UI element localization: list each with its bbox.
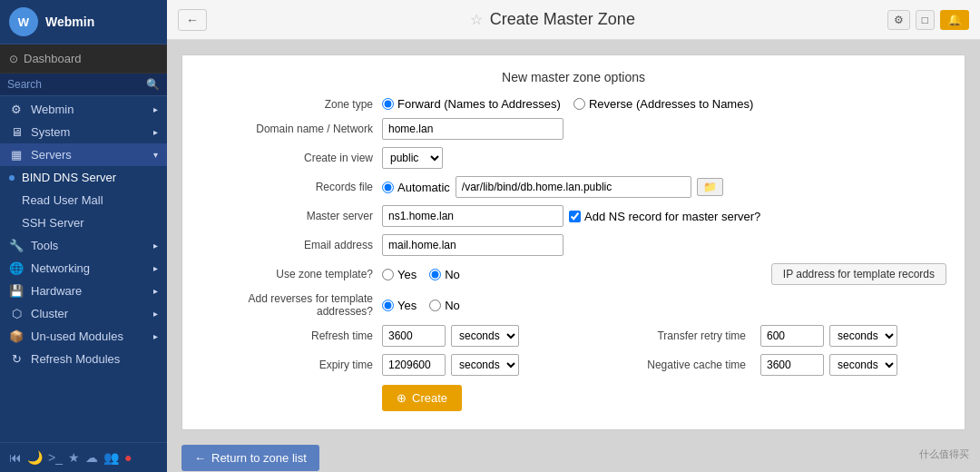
dashboard-label: Dashboard — [24, 52, 82, 65]
create-button[interactable]: ⊕ Create — [382, 385, 462, 411]
transfer-retry-label: Transfer retry time — [573, 329, 755, 342]
add-reverses-yes-label: Yes — [397, 299, 416, 312]
chevron-icon: ▸ — [153, 331, 158, 341]
zone-type-forward-radio[interactable] — [382, 98, 394, 110]
sidebar-item-system[interactable]: 🖥 System ▸ — [0, 121, 167, 143]
settings-button[interactable]: ⚙ — [887, 10, 910, 30]
master-server-label: Master server — [201, 210, 382, 222]
records-file-browse-button[interactable]: 📁 — [697, 178, 723, 196]
records-auto-radio[interactable] — [382, 182, 394, 193]
nav-section: ⚙ Webmin ▸ 🖥 System ▸ ▦ Servers ▾ BIND D… — [0, 96, 167, 372]
zone-template-no-option[interactable]: No — [429, 268, 460, 281]
sidebar-item-hardware[interactable]: 💾 Hardware ▸ — [0, 280, 167, 302]
refresh-time-row: Refresh time secondsminuteshoursdays Tra… — [201, 325, 946, 347]
sidebar-item-webmin[interactable]: ⚙ Webmin ▸ — [0, 98, 167, 121]
star-icon[interactable]: ☆ — [470, 11, 483, 28]
return-to-zone-list-button[interactable]: ← Return to zone list — [181, 445, 319, 471]
refresh-time-unit-select[interactable]: secondsminuteshoursdays — [451, 325, 519, 347]
add-reverses-yes-radio[interactable] — [382, 300, 394, 311]
sidebar-header: W Webmin — [0, 0, 167, 44]
return-label: Return to zone list — [211, 451, 307, 465]
ip-template-button[interactable]: IP address for template records — [771, 263, 946, 285]
domain-input[interactable] — [382, 118, 564, 140]
expiry-time-right: Negative cache time secondsminuteshoursd… — [573, 354, 946, 376]
sidebar-item-bind-dns[interactable]: BIND DNS Server — [0, 166, 167, 189]
sidebar-item-unused-modules[interactable]: 📦 Un-used Modules ▸ — [0, 325, 167, 348]
master-server-input[interactable] — [382, 205, 564, 227]
sidebar-item-refresh-label: Refresh Modules — [31, 352, 120, 366]
footer-icon-cloud[interactable]: ☁ — [85, 450, 98, 465]
sidebar-item-servers[interactable]: ▦ Servers ▾ — [0, 143, 167, 166]
zone-type-forward-label: Forward (Names to Addresses) — [397, 97, 561, 111]
zone-type-forward-option[interactable]: Forward (Names to Addresses) — [382, 97, 561, 111]
zone-template-yes-option[interactable]: Yes — [382, 268, 416, 281]
footer-icon-moon[interactable]: 🌙 — [27, 450, 43, 465]
unused-nav-icon: 📦 — [9, 329, 24, 343]
chevron-icon: ▸ — [153, 241, 158, 251]
sidebar-item-refresh-modules[interactable]: ↻ Refresh Modules — [0, 348, 167, 370]
search-input[interactable] — [7, 78, 146, 91]
sidebar-item-ssh-server[interactable]: SSH Server — [0, 211, 167, 234]
dashboard-tab[interactable]: ⊙ Dashboard — [0, 44, 167, 74]
networking-nav-icon: 🌐 — [9, 261, 24, 275]
page-title: Create Master Zone — [490, 10, 635, 29]
domain-label: Domain name / Network — [201, 123, 382, 135]
transfer-retry-input[interactable] — [760, 325, 824, 347]
zone-type-label: Zone type — [201, 98, 382, 111]
tools-nav-icon: 🔧 — [9, 239, 24, 252]
negative-cache-unit-select[interactable]: secondsminuteshoursdays — [829, 354, 897, 376]
add-ns-record-checkbox[interactable] — [569, 211, 581, 222]
zone-type-row: Zone type Forward (Names to Addresses) R… — [201, 97, 946, 111]
footer-icon-star[interactable]: ★ — [68, 450, 80, 465]
hardware-nav-icon: 💾 — [9, 284, 24, 298]
minimize-button[interactable]: □ — [916, 10, 935, 30]
sidebar-footer: ⏮ 🌙 >_ ★ ☁ 👥 ● — [0, 442, 167, 472]
zone-template-yes-radio[interactable] — [382, 269, 394, 280]
dashboard-icon: ⊙ — [9, 53, 18, 65]
chevron-icon: ▸ — [153, 309, 158, 319]
refresh-time-input[interactable] — [382, 325, 446, 347]
footer-icon-users[interactable]: 👥 — [103, 450, 119, 465]
create-label: Create — [412, 391, 447, 405]
webmin-nav-icon: ⚙ — [9, 103, 24, 116]
notification-button[interactable]: 🔔 — [940, 10, 969, 30]
create-icon: ⊕ — [397, 391, 407, 405]
records-auto-option[interactable]: Automatic — [382, 181, 450, 194]
footer-icon-prev[interactable]: ⏮ — [9, 450, 22, 465]
expiry-time-input[interactable] — [382, 354, 446, 376]
sidebar-item-servers-label: Servers — [31, 148, 72, 162]
zone-type-reverse-option[interactable]: Reverse (Addresses to Names) — [573, 97, 753, 111]
add-reverses-yes-option[interactable]: Yes — [382, 299, 416, 312]
zone-type-reverse-radio[interactable] — [573, 98, 585, 110]
expiry-time-row: Expiry time secondsminuteshoursdays Nega… — [201, 354, 946, 376]
form-section-title: New master zone options — [201, 70, 946, 84]
sidebar-item-read-user-mail[interactable]: Read User Mall — [0, 189, 167, 211]
sidebar-item-networking[interactable]: 🌐 Networking ▸ — [0, 257, 167, 280]
sidebar-item-cluster-label: Cluster — [31, 307, 68, 320]
records-file-control: Automatic 📁 — [382, 176, 946, 198]
footer-icon-terminal[interactable]: >_ — [48, 450, 63, 465]
refresh-time-left: Refresh time secondsminuteshoursdays — [201, 325, 573, 347]
back-button[interactable]: ← — [178, 9, 207, 31]
create-in-view-select[interactable]: public private — [382, 147, 443, 169]
add-ns-record-label-wrap[interactable]: Add NS record for master server? — [569, 210, 760, 223]
page-title-area: ☆ Create Master Zone — [218, 10, 887, 29]
footer-icon-red[interactable]: ● — [124, 450, 132, 465]
webmin-logo: W — [9, 7, 38, 36]
add-reverses-label: Add reverses for template addresses? — [201, 292, 382, 318]
negative-cache-input[interactable] — [760, 354, 824, 376]
add-reverses-no-option[interactable]: No — [429, 299, 460, 312]
sidebar-item-cluster[interactable]: ⬡ Cluster ▸ — [0, 302, 167, 325]
email-address-input[interactable] — [382, 234, 564, 256]
transfer-retry-unit-select[interactable]: secondsminuteshoursdays — [829, 325, 897, 347]
chevron-icon: ▸ — [153, 263, 158, 273]
sidebar-item-tools[interactable]: 🔧 Tools ▸ — [0, 234, 167, 257]
main-area: ← ☆ Create Master Zone ⚙ □ 🔔 New master … — [167, 0, 980, 472]
expiry-time-unit-select[interactable]: secondsminuteshoursdays — [451, 354, 519, 376]
system-nav-icon: 🖥 — [9, 125, 24, 139]
records-file-input[interactable] — [456, 176, 691, 198]
zone-template-row: Use zone template? Yes No IP address for — [201, 263, 946, 285]
add-reverses-no-radio[interactable] — [429, 300, 441, 311]
chevron-icon: ▸ — [153, 127, 158, 137]
zone-template-no-radio[interactable] — [429, 269, 441, 280]
